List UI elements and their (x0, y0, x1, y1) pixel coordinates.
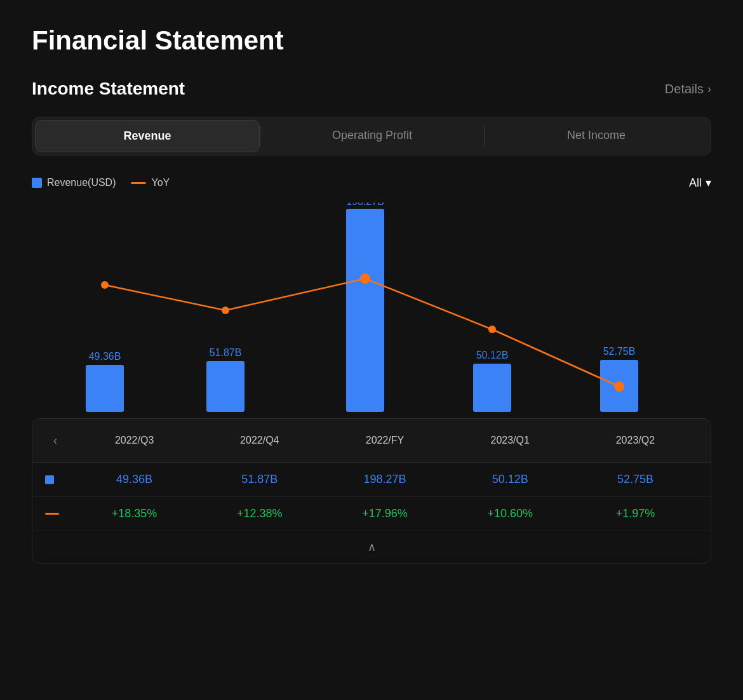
svg-text:198.27B: 198.27B (346, 202, 384, 207)
revenue-square-icon (45, 475, 54, 484)
income-statement-section: Income Statement Details › Revenue Opera… (32, 79, 711, 564)
details-link[interactable]: Details › (665, 82, 711, 96)
bar-2022fy: 198.27B (346, 202, 384, 412)
col-2022q4: 2022/Q4 (197, 435, 322, 446)
chart-svg: 49.36B 51.87B 198.27B 50.12B 52.75B (32, 202, 711, 418)
dropdown-arrow-icon: ▾ (706, 176, 711, 190)
svg-rect-4 (346, 209, 384, 412)
svg-rect-0 (86, 365, 124, 412)
legend-revenue: Revenue(USD) (32, 177, 116, 188)
revenue-cell-2022fy: 198.27B (322, 473, 447, 486)
legend-yoy-label: YoY (151, 177, 170, 188)
svg-text:49.36B: 49.36B (89, 351, 121, 362)
yoy-dot-3 (360, 274, 370, 284)
legend-revenue-square-icon (32, 178, 42, 188)
legend-items: Revenue(USD) YoY (32, 177, 170, 188)
yoy-dash-icon (45, 513, 59, 515)
yoy-dot-1 (101, 281, 109, 289)
tab-revenue[interactable]: Revenue (35, 120, 260, 152)
col-2022fy: 2022/FY (322, 435, 447, 446)
revenue-cell-2023q2: 52.75B (573, 473, 698, 486)
section-header: Income Statement Details › (32, 79, 711, 99)
bar-2023q1: 50.12B (473, 350, 511, 412)
filter-all-dropdown[interactable]: All ▾ (689, 176, 711, 190)
col-2023q2: 2023/Q2 (573, 435, 698, 446)
page-title: Financial Statement (32, 25, 711, 56)
data-table: ‹ 2022/Q3 2022/Q4 2022/FY 2023/Q1 2023/Q… (32, 418, 711, 564)
table-revenue-row: 49.36B 51.87B 198.27B 50.12B 52.75B (32, 463, 711, 497)
svg-rect-6 (473, 364, 511, 412)
revenue-row-icon (45, 475, 72, 484)
bar-2022q4: 51.87B (206, 347, 244, 412)
legend-yoy: YoY (131, 177, 170, 188)
yoy-dot-4 (488, 326, 496, 333)
table-collapse-button[interactable]: ∧ (32, 531, 711, 563)
legend-yoy-line-icon (131, 182, 146, 184)
svg-text:52.75B: 52.75B (603, 346, 636, 357)
yoy-cell-2022q3: +18.35% (72, 507, 197, 520)
svg-text:50.12B: 50.12B (476, 350, 509, 360)
yoy-dot-2 (222, 307, 229, 314)
revenue-cell-2022q4: 51.87B (197, 473, 322, 486)
yoy-row-icon (45, 513, 72, 515)
bar-2022q3: 49.36B (86, 351, 124, 412)
yoy-cell-2023q2: +1.97% (573, 507, 698, 520)
legend-revenue-label: Revenue(USD) (47, 177, 116, 188)
prev-nav-button[interactable]: ‹ (45, 430, 65, 451)
svg-text:51.87B: 51.87B (210, 347, 242, 358)
details-label: Details (665, 82, 704, 96)
tab-operating-profit[interactable]: Operating Profit (260, 120, 484, 152)
svg-rect-2 (206, 361, 244, 412)
legend-row: Revenue(USD) YoY All ▾ (32, 176, 711, 190)
chevron-right-icon: › (707, 83, 711, 96)
yoy-cell-2022fy: +17.96% (322, 507, 447, 520)
yoy-cell-2023q1: +10.60% (448, 507, 573, 520)
revenue-cell-2023q1: 50.12B (448, 473, 573, 486)
bar-2023q2: 52.75B (600, 346, 638, 412)
table-header-row: ‹ 2022/Q3 2022/Q4 2022/FY 2023/Q1 2023/Q… (32, 419, 711, 463)
tab-net-income[interactable]: Net Income (485, 120, 708, 152)
collapse-icon: ∧ (368, 540, 376, 554)
section-title: Income Statement (32, 79, 185, 99)
tab-bar: Revenue Operating Profit Net Income (32, 117, 711, 155)
yoy-dot-5 (614, 381, 624, 392)
filter-all-label: All (689, 176, 702, 190)
revenue-cell-2022q3: 49.36B (72, 473, 197, 486)
table-yoy-row: +18.35% +12.38% +17.96% +10.60% +1.97% (32, 497, 711, 531)
col-2023q1: 2023/Q1 (448, 435, 573, 446)
chart-area: 49.36B 51.87B 198.27B 50.12B 52.75B (32, 202, 711, 418)
yoy-cell-2022q4: +12.38% (197, 507, 322, 520)
col-2022q3: 2022/Q3 (72, 435, 197, 446)
